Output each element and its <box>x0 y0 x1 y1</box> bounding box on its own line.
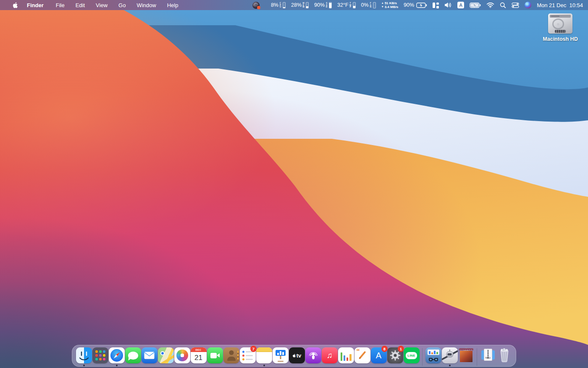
notification-badge: 7 <box>250 346 257 352</box>
dock-item-trash[interactable] <box>496 347 512 363</box>
temperature-label: TMP <box>349 2 352 8</box>
app-menu-finder[interactable]: Finder <box>23 0 50 10</box>
menu-go[interactable]: Go <box>113 0 131 10</box>
archive-file-label: TBZ2 <box>484 357 492 359</box>
running-indicator <box>116 365 118 366</box>
window-manager-menu-item[interactable] <box>433 3 439 8</box>
hard-drive-icon <box>548 13 572 34</box>
input-source-menu-item[interactable]: A <box>457 2 464 8</box>
memory-status[interactable]: 28% MEM <box>291 2 309 8</box>
dock-item-mail[interactable] <box>141 347 158 363</box>
network-throughput-status[interactable]: ▲51 KB/s ▼3.4 MB/s <box>381 1 398 9</box>
disk-gauge <box>329 2 332 8</box>
numbers-icon <box>338 347 354 363</box>
dock-item-notes[interactable] <box>256 347 272 363</box>
archive-file-icon: TBZ2 <box>480 347 496 363</box>
apple-logo-icon <box>292 353 296 358</box>
dock-item-archive-file[interactable]: TBZ2 <box>480 347 496 363</box>
battery-menu-item[interactable] <box>470 3 481 8</box>
dock-item-music[interactable]: ♫ <box>321 347 338 363</box>
menu-file[interactable]: File <box>50 0 70 10</box>
dock: DEC 21 7 <box>72 345 516 367</box>
menu-go-label: Go <box>118 2 126 8</box>
maps-icon <box>158 347 174 363</box>
dock-item-line[interactable]: LINE <box>403 347 420 363</box>
window-tiling-icon <box>433 3 439 8</box>
menu-bar: Finder File Edit View Go Window Help 8% … <box>0 0 588 10</box>
dock-item-pages[interactable]: “ <box>354 347 370 363</box>
pages-icon: “ <box>354 347 370 363</box>
temperature-value: 32°F <box>337 2 349 8</box>
dock-item-messages[interactable] <box>125 347 141 363</box>
battery-charging-icon <box>470 3 481 8</box>
keynote-icon <box>273 347 289 363</box>
dock-item-photos[interactable] <box>174 347 190 363</box>
calendar-month-label: DEC <box>191 347 207 352</box>
dock-item-calendar[interactable]: DEC 21 <box>190 347 207 363</box>
menu-help[interactable]: Help <box>162 0 184 10</box>
temperature-status[interactable]: 32°F TMP <box>337 2 356 8</box>
dock-item-app-store[interactable]: A 8 <box>370 347 387 363</box>
running-indicator <box>263 365 265 366</box>
menu-file-label: File <box>56 2 65 8</box>
cpu-status[interactable]: 8% CPU <box>271 2 286 8</box>
calendar-day-label: 21 <box>194 352 202 363</box>
menu-window-label: Window <box>136 2 156 8</box>
menu-view-label: View <box>96 2 108 8</box>
dock-item-keynote[interactable] <box>272 347 289 363</box>
fan-status[interactable]: 0% FAN <box>361 2 376 8</box>
notification-badge: 1 <box>398 346 404 352</box>
notes-icon <box>256 347 272 363</box>
fan-value: 0% <box>361 2 369 8</box>
memory-value: 28% <box>291 2 302 8</box>
menu-view[interactable]: View <box>90 0 113 10</box>
dock-item-finder[interactable] <box>76 347 92 363</box>
line-icon: LINE <box>404 347 420 363</box>
disk-status[interactable]: 90% SSD <box>314 2 332 8</box>
wifi-menu-item[interactable] <box>486 2 494 8</box>
control-center-icon <box>512 3 519 8</box>
clock-label: Mon 21 Dec 10:54 <box>537 2 583 8</box>
dock-item-contacts[interactable] <box>223 347 239 363</box>
clock-menu-item[interactable]: Mon 21 Dec 10:54 <box>537 2 583 8</box>
dock-item-safari[interactable] <box>108 347 125 363</box>
battery-charging-gauge-icon <box>416 3 427 8</box>
cleanmymac-menu-item[interactable] <box>252 2 260 9</box>
dock-item-apple-tv[interactable]: tv <box>289 347 305 363</box>
battery-percentage-status[interactable]: 90% <box>404 2 427 8</box>
siri-menu-item[interactable] <box>525 2 531 8</box>
disk-label: SSD <box>326 2 328 8</box>
apple-tv-label: tv <box>297 352 302 359</box>
photos-icon <box>174 347 190 363</box>
dock-item-facetime[interactable] <box>207 347 223 363</box>
app-store-letter: A <box>376 351 381 360</box>
finder-icon <box>76 347 92 363</box>
dock-item-launchpad[interactable] <box>92 347 108 363</box>
dock-item-automator[interactable] <box>441 347 458 363</box>
volume-menu-item[interactable] <box>444 2 452 8</box>
menu-edit[interactable]: Edit <box>70 0 90 10</box>
dock-item-reminders[interactable]: 7 <box>239 347 256 363</box>
dock-item-system-preferences[interactable]: 1 <box>387 347 403 363</box>
desktop-icon-macintosh-hd[interactable]: Macintosh HD <box>539 13 581 42</box>
photo-booth-icon <box>458 347 474 363</box>
dock-item-numbers[interactable] <box>338 347 354 363</box>
dock-separator <box>477 348 477 366</box>
music-note-glyph: ♫ <box>326 351 332 360</box>
notification-badge: 8 <box>381 346 388 352</box>
menu-edit-label: Edit <box>76 2 85 8</box>
dock-item-podcasts[interactable] <box>305 347 321 363</box>
apple-menu[interactable] <box>8 2 23 9</box>
apple-tv-icon: tv <box>289 347 305 363</box>
battery-percentage: 90% <box>404 2 414 8</box>
spotlight-menu-item[interactable] <box>500 2 506 8</box>
dock-item-maps[interactable] <box>158 347 174 363</box>
volume-icon <box>444 2 452 8</box>
dock-item-photo-booth[interactable] <box>458 347 474 363</box>
download-speed: 3.4 MB/s <box>385 5 398 9</box>
input-source-letter: A <box>459 3 462 8</box>
contacts-icon <box>223 347 239 363</box>
dock-item-geekbench[interactable] <box>425 347 441 363</box>
control-center-menu-item[interactable] <box>512 3 519 8</box>
menu-window[interactable]: Window <box>131 0 161 10</box>
